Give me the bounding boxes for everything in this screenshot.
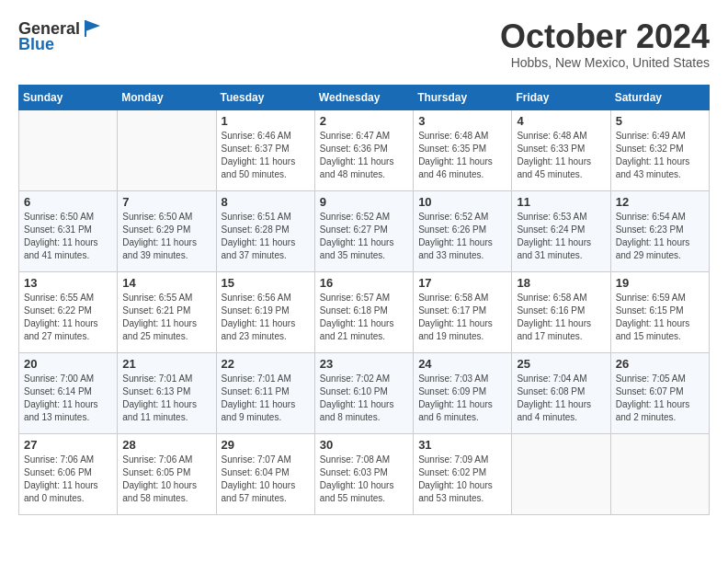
day-number: 11 [517,195,605,209]
day-header-sunday: Sunday [19,85,118,109]
calendar-cell: 27Sunrise: 7:06 AMSunset: 6:06 PMDayligh… [19,433,118,514]
day-info: Sunrise: 7:01 AMSunset: 6:13 PMDaylight:… [122,373,210,424]
day-number: 13 [24,276,112,290]
day-header-wednesday: Wednesday [314,85,413,109]
day-number: 28 [122,438,210,452]
calendar-cell: 29Sunrise: 7:07 AMSunset: 6:04 PMDayligh… [216,433,314,514]
day-number: 15 [222,276,310,290]
calendar-cell: 7Sunrise: 6:50 AMSunset: 6:29 PMDaylight… [118,190,216,271]
day-info: Sunrise: 7:08 AMSunset: 6:03 PMDaylight:… [320,454,408,505]
day-number: 23 [320,357,408,371]
day-info: Sunrise: 7:00 AMSunset: 6:14 PMDaylight:… [24,373,112,424]
calendar-cell [19,109,118,190]
day-number: 4 [517,114,605,128]
day-info: Sunrise: 6:50 AMSunset: 6:29 PMDaylight:… [122,211,210,262]
day-number: 14 [122,276,210,290]
day-header-thursday: Thursday [414,85,512,109]
calendar-cell: 20Sunrise: 7:00 AMSunset: 6:14 PMDayligh… [19,352,118,433]
day-number: 8 [222,195,310,209]
day-number: 3 [418,114,506,128]
day-info: Sunrise: 6:58 AMSunset: 6:17 PMDaylight:… [418,292,506,343]
day-number: 27 [24,438,112,452]
day-header-friday: Friday [512,85,610,109]
calendar-cell: 17Sunrise: 6:58 AMSunset: 6:17 PMDayligh… [414,271,512,352]
logo: General Blue [18,18,102,54]
calendar-cell: 26Sunrise: 7:05 AMSunset: 6:07 PMDayligh… [610,352,709,433]
day-number: 29 [222,438,310,452]
week-row-4: 27Sunrise: 7:06 AMSunset: 6:06 PMDayligh… [19,433,710,514]
day-info: Sunrise: 6:52 AMSunset: 6:27 PMDaylight:… [320,211,408,262]
day-info: Sunrise: 6:59 AMSunset: 6:15 PMDaylight:… [616,292,704,343]
day-info: Sunrise: 7:07 AMSunset: 6:04 PMDaylight:… [222,454,310,505]
day-number: 6 [24,195,112,209]
calendar-cell: 6Sunrise: 6:50 AMSunset: 6:31 PMDaylight… [19,190,118,271]
day-info: Sunrise: 6:48 AMSunset: 6:33 PMDaylight:… [517,130,605,181]
day-number: 20 [24,357,112,371]
day-info: Sunrise: 6:52 AMSunset: 6:26 PMDaylight:… [418,211,506,262]
calendar-cell: 16Sunrise: 6:57 AMSunset: 6:18 PMDayligh… [314,271,413,352]
day-number: 30 [320,438,408,452]
day-info: Sunrise: 6:46 AMSunset: 6:37 PMDaylight:… [222,130,310,181]
calendar-cell: 11Sunrise: 6:53 AMSunset: 6:24 PMDayligh… [512,190,610,271]
day-info: Sunrise: 7:01 AMSunset: 6:11 PMDaylight:… [222,373,310,424]
week-row-1: 6Sunrise: 6:50 AMSunset: 6:31 PMDaylight… [19,190,710,271]
calendar-cell: 5Sunrise: 6:49 AMSunset: 6:32 PMDaylight… [610,109,709,190]
calendar-cell: 10Sunrise: 6:52 AMSunset: 6:26 PMDayligh… [414,190,512,271]
day-info: Sunrise: 6:50 AMSunset: 6:31 PMDaylight:… [24,211,112,262]
day-number: 12 [616,195,704,209]
calendar-cell [118,109,216,190]
day-info: Sunrise: 7:06 AMSunset: 6:05 PMDaylight:… [122,454,210,505]
day-info: Sunrise: 7:05 AMSunset: 6:07 PMDaylight:… [616,373,704,424]
calendar-cell: 23Sunrise: 7:02 AMSunset: 6:10 PMDayligh… [314,352,413,433]
calendar-cell: 9Sunrise: 6:52 AMSunset: 6:27 PMDaylight… [314,190,413,271]
day-number: 31 [418,438,506,452]
day-number: 2 [320,114,408,128]
day-info: Sunrise: 6:57 AMSunset: 6:18 PMDaylight:… [320,292,408,343]
day-info: Sunrise: 6:54 AMSunset: 6:23 PMDaylight:… [616,211,704,262]
calendar-cell: 14Sunrise: 6:55 AMSunset: 6:21 PMDayligh… [118,271,216,352]
day-number: 17 [418,276,506,290]
calendar-table: SundayMondayTuesdayWednesdayThursdayFrid… [18,85,710,515]
days-header-row: SundayMondayTuesdayWednesdayThursdayFrid… [19,85,710,109]
day-header-tuesday: Tuesday [216,85,314,109]
calendar-cell: 18Sunrise: 6:58 AMSunset: 6:16 PMDayligh… [512,271,610,352]
day-number: 1 [222,114,310,128]
calendar-cell [610,433,709,514]
day-info: Sunrise: 6:58 AMSunset: 6:16 PMDaylight:… [517,292,605,343]
calendar-cell: 24Sunrise: 7:03 AMSunset: 6:09 PMDayligh… [414,352,512,433]
day-info: Sunrise: 6:55 AMSunset: 6:21 PMDaylight:… [122,292,210,343]
calendar-cell: 22Sunrise: 7:01 AMSunset: 6:11 PMDayligh… [216,352,314,433]
calendar-cell: 28Sunrise: 7:06 AMSunset: 6:05 PMDayligh… [118,433,216,514]
day-number: 21 [122,357,210,371]
week-row-3: 20Sunrise: 7:00 AMSunset: 6:14 PMDayligh… [19,352,710,433]
day-info: Sunrise: 7:06 AMSunset: 6:06 PMDaylight:… [24,454,112,505]
location: Hobbs, New Mexico, United States [500,55,710,70]
calendar-cell: 21Sunrise: 7:01 AMSunset: 6:13 PMDayligh… [118,352,216,433]
calendar-cell: 15Sunrise: 6:56 AMSunset: 6:19 PMDayligh… [216,271,314,352]
calendar-cell: 3Sunrise: 6:48 AMSunset: 6:35 PMDaylight… [414,109,512,190]
day-info: Sunrise: 6:51 AMSunset: 6:28 PMDaylight:… [222,211,310,262]
calendar-cell: 25Sunrise: 7:04 AMSunset: 6:08 PMDayligh… [512,352,610,433]
calendar-cell: 2Sunrise: 6:47 AMSunset: 6:36 PMDaylight… [314,109,413,190]
calendar-cell: 12Sunrise: 6:54 AMSunset: 6:23 PMDayligh… [610,190,709,271]
logo-flag-icon [82,18,102,39]
day-number: 25 [517,357,605,371]
calendar-cell: 31Sunrise: 7:09 AMSunset: 6:02 PMDayligh… [414,433,512,514]
day-info: Sunrise: 7:03 AMSunset: 6:09 PMDaylight:… [418,373,506,424]
week-row-0: 1Sunrise: 6:46 AMSunset: 6:37 PMDaylight… [19,109,710,190]
day-header-monday: Monday [118,85,216,109]
day-number: 10 [418,195,506,209]
day-info: Sunrise: 7:04 AMSunset: 6:08 PMDaylight:… [517,373,605,424]
page-header: General Blue October 2024 Hobbs, New Mex… [18,18,710,70]
day-info: Sunrise: 6:56 AMSunset: 6:19 PMDaylight:… [222,292,310,343]
calendar-cell: 8Sunrise: 6:51 AMSunset: 6:28 PMDaylight… [216,190,314,271]
day-info: Sunrise: 6:47 AMSunset: 6:36 PMDaylight:… [320,130,408,181]
calendar-cell: 4Sunrise: 6:48 AMSunset: 6:33 PMDaylight… [512,109,610,190]
svg-marker-0 [85,20,100,31]
title-block: October 2024 Hobbs, New Mexico, United S… [500,18,710,70]
day-number: 19 [616,276,704,290]
day-info: Sunrise: 6:48 AMSunset: 6:35 PMDaylight:… [418,130,506,181]
day-info: Sunrise: 7:02 AMSunset: 6:10 PMDaylight:… [320,373,408,424]
day-number: 24 [418,357,506,371]
day-number: 22 [222,357,310,371]
